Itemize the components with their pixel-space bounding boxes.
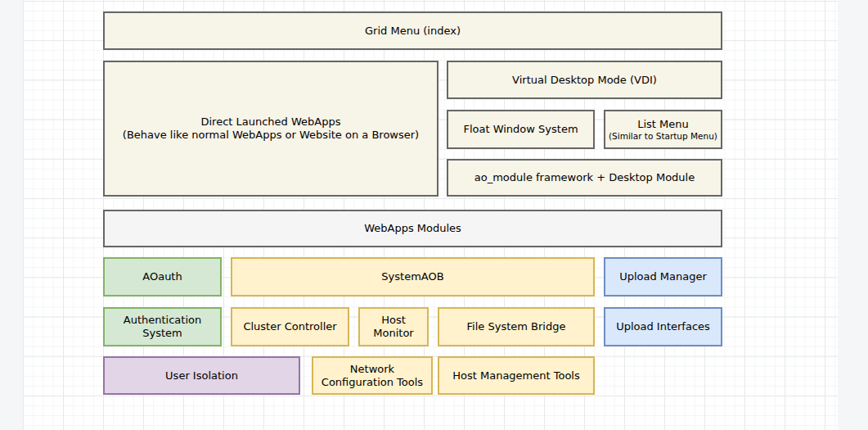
box-host-monitor[interactable]: Host Monitor (358, 307, 429, 346)
box-upload-interfaces-label: Upload Interfaces (616, 320, 710, 333)
box-grid-menu[interactable]: Grid Menu (index) (103, 11, 722, 50)
box-webapps-modules[interactable]: WebApps Modules (103, 210, 722, 247)
box-host-management-tools[interactable]: Host Management Tools (438, 356, 595, 395)
box-network-configuration-tools[interactable]: Network Configuration Tools (312, 356, 433, 395)
box-direct-launched-webapps-label: Direct Launched WebApps (Behave like nor… (123, 115, 419, 142)
box-user-isolation-label: User Isolation (165, 369, 238, 382)
box-network-configuration-tools-label: Network Configuration Tools (322, 363, 423, 389)
box-aoauth-label: AOauth (142, 270, 182, 283)
box-float-window-system-label: Float Window System (463, 123, 578, 136)
box-upload-manager[interactable]: Upload Manager (604, 257, 722, 296)
diagram-canvas[interactable]: Grid Menu (index) Direct Launched WebApp… (0, 0, 868, 430)
box-list-menu[interactable]: List Menu (Similar to Startup Menu) (604, 110, 722, 149)
box-host-monitor-label: Host Monitor (373, 314, 413, 340)
box-list-menu-sublabel: (Similar to Startup Menu) (609, 131, 717, 142)
box-system-aob-label: SystemAOB (381, 270, 443, 283)
box-user-isolation[interactable]: User Isolation (103, 356, 300, 395)
box-ao-module-framework-label: ao_module framework + Desktop Module (474, 171, 695, 184)
box-grid-menu-label: Grid Menu (index) (365, 25, 461, 38)
box-cluster-controller[interactable]: Cluster Controller (231, 307, 349, 346)
box-list-menu-label: List Menu (637, 118, 689, 131)
box-system-aob[interactable]: SystemAOB (231, 257, 595, 296)
box-file-system-bridge[interactable]: File System Bridge (438, 307, 595, 346)
box-aoauth[interactable]: AOauth (103, 257, 222, 296)
box-file-system-bridge-label: File System Bridge (467, 320, 566, 333)
box-direct-launched-webapps[interactable]: Direct Launched WebApps (Behave like nor… (103, 61, 438, 197)
box-authentication-system-label: Authentication System (124, 314, 201, 340)
box-ao-module-framework[interactable]: ao_module framework + Desktop Module (447, 159, 722, 197)
box-upload-interfaces[interactable]: Upload Interfaces (604, 307, 722, 346)
box-upload-manager-label: Upload Manager (619, 270, 707, 283)
box-webapps-modules-label: WebApps Modules (364, 222, 461, 235)
box-authentication-system[interactable]: Authentication System (103, 307, 222, 346)
box-host-management-tools-label: Host Management Tools (452, 369, 580, 382)
box-virtual-desktop-mode-label: Virtual Desktop Mode (VDI) (512, 74, 657, 87)
box-float-window-system[interactable]: Float Window System (447, 110, 595, 149)
box-virtual-desktop-mode[interactable]: Virtual Desktop Mode (VDI) (447, 61, 722, 99)
box-cluster-controller-label: Cluster Controller (243, 320, 336, 333)
